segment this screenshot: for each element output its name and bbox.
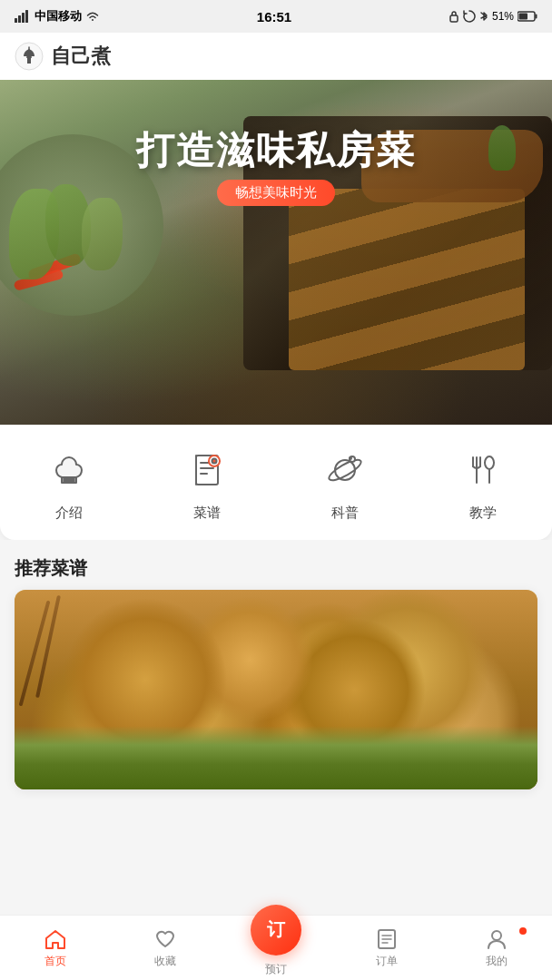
category-section: 介绍 菜谱 科普: [0, 425, 552, 540]
veggie-3: [82, 198, 123, 270]
bottom-nav: 首页 收藏 订 预订 订单 我的: [0, 915, 552, 980]
recommend-title: 推荐菜谱: [15, 558, 87, 578]
nav-label-order-center: 预订: [265, 962, 287, 977]
profile-notification-dot: [519, 927, 527, 935]
category-item-knowledge[interactable]: 科普: [318, 443, 372, 522]
category-label-recipes: 菜谱: [193, 505, 221, 522]
nav-item-home[interactable]: 首页: [0, 927, 111, 969]
nav-label-profile: 我的: [486, 954, 508, 969]
svg-point-18: [212, 459, 217, 464]
category-item-intro[interactable]: 介绍: [42, 443, 96, 522]
category-item-recipes[interactable]: 菜谱: [180, 443, 234, 522]
home-icon: [44, 927, 67, 951]
hero-main-title: 打造滋味私房菜: [0, 125, 552, 176]
recommend-section-heading: 推荐菜谱: [0, 540, 552, 590]
hero-banner: 打造滋味私房菜 畅想美味时光: [0, 80, 552, 425]
food-strips: [289, 189, 525, 370]
nav-item-favorites[interactable]: 收藏: [111, 927, 222, 969]
status-carrier: 中国移动: [15, 8, 100, 24]
app-logo-icon: [15, 42, 44, 71]
nav-label-home: 首页: [44, 954, 66, 969]
status-bar: 中国移动 16:51 51%: [0, 0, 552, 33]
nav-label-orders: 订单: [376, 954, 398, 969]
svg-rect-9: [26, 56, 32, 58]
svg-point-22: [350, 457, 351, 459]
order-center-button[interactable]: 订: [251, 905, 301, 956]
hero-subtitle: 畅想美味时光: [217, 180, 335, 206]
chef-hat-icon: [42, 443, 96, 497]
planet-icon: [318, 443, 372, 497]
heart-icon: [153, 927, 177, 951]
nav-label-favorites: 收藏: [154, 954, 176, 969]
svg-rect-3: [25, 10, 28, 23]
fork-spoon-icon: [456, 443, 510, 497]
nav-item-orders[interactable]: 订单: [331, 927, 442, 969]
nav-item-profile[interactable]: 我的: [441, 927, 552, 969]
nav-item-order-center[interactable]: 订 预订: [221, 919, 331, 977]
svg-point-32: [492, 931, 501, 940]
svg-rect-6: [519, 14, 528, 20]
lettuce-decoration: [15, 726, 537, 789]
recipe-image: [15, 590, 537, 789]
svg-rect-4: [450, 15, 458, 22]
svg-rect-1: [18, 15, 21, 23]
status-time: 16:51: [257, 9, 291, 24]
category-item-tutorial[interactable]: 教学: [456, 443, 510, 522]
user-icon: [485, 927, 508, 951]
category-label-tutorial: 教学: [469, 505, 497, 522]
svg-rect-2: [22, 13, 25, 23]
svg-rect-7: [536, 15, 537, 19]
category-label-knowledge: 科普: [331, 505, 359, 522]
app-title: 自己煮: [51, 43, 111, 70]
recipe-book-icon: [180, 443, 234, 497]
svg-point-27: [485, 456, 494, 469]
status-right: 51%: [448, 10, 537, 23]
app-header: 自己煮: [0, 33, 552, 80]
list-icon: [375, 927, 399, 951]
category-label-intro: 介绍: [55, 505, 83, 522]
svg-rect-0: [15, 18, 17, 23]
recipe-card[interactable]: [15, 590, 537, 789]
